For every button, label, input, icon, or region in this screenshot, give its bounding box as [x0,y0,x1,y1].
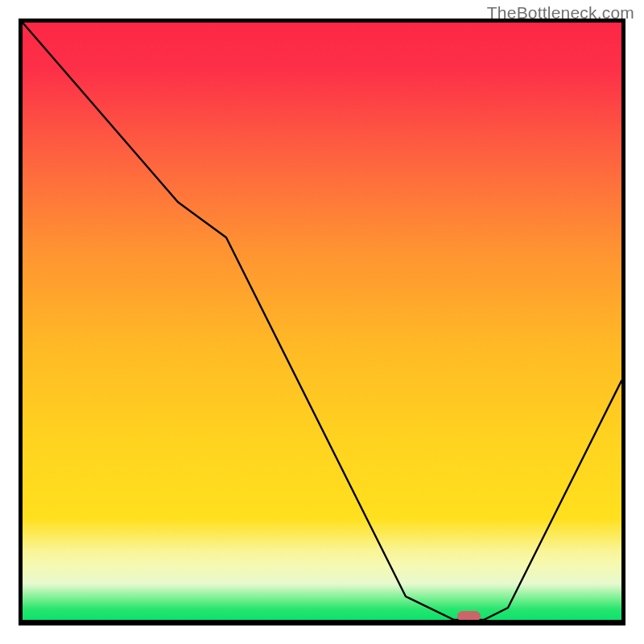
chart-svg [23,23,621,620]
watermark-text: TheBottleneck.com [487,3,634,23]
gradient-background [23,23,621,620]
plot-area [19,19,625,625]
chart-container: TheBottleneck.com [0,0,644,644]
optimal-marker [457,611,481,620]
